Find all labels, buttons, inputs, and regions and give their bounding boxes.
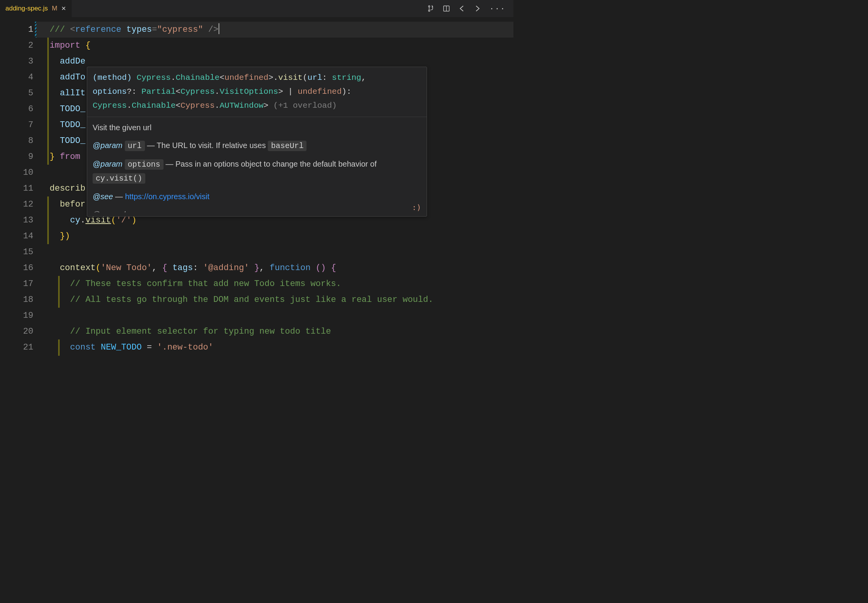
git-decoration	[47, 196, 49, 244]
line-number: 8	[0, 133, 33, 149]
code-line: const NEW_TODO = '.new-todo'	[50, 339, 513, 355]
line-number: 13	[0, 212, 33, 228]
line-gutter: 1 2 3 4 5 6 7 8 9 10 11 12 13 14 15 16 1…	[0, 17, 36, 356]
line-number: 6	[0, 101, 33, 117]
code-line: import {	[50, 38, 513, 53]
line-number: 3	[0, 53, 33, 69]
split-editor-icon[interactable]	[443, 5, 450, 12]
git-decoration	[47, 38, 49, 165]
code-line	[50, 308, 513, 324]
line-number: 14	[0, 228, 33, 244]
line-number: 16	[0, 260, 33, 276]
tab-bar: adding-spec.js M ✕ ···	[0, 0, 513, 17]
line-number: 21	[0, 339, 33, 355]
line-number: 2	[0, 38, 33, 53]
close-icon[interactable]: ✕	[61, 5, 66, 12]
code-line: // These tests confirm that add new Todo…	[50, 276, 513, 292]
svg-point-0	[429, 6, 430, 7]
hover-documentation: Visit the given url @param url — The URL…	[87, 117, 427, 216]
line-number: 20	[0, 324, 33, 339]
line-number: 4	[0, 69, 33, 85]
line-number: 18	[0, 292, 33, 308]
code-line: /// <reference types="cypress" />	[50, 22, 513, 38]
nav-forward-icon[interactable]	[474, 5, 481, 12]
hover-signature: (method) Cypress.Chainable<undefined>.vi…	[87, 67, 427, 117]
cursor	[219, 23, 219, 34]
line-number: 10	[0, 165, 33, 181]
line-number: 7	[0, 117, 33, 133]
tab-filename: adding-spec.js	[5, 5, 48, 12]
line-number: 1	[0, 22, 33, 38]
bracket-pair-icon: :)	[412, 201, 421, 214]
compare-changes-icon[interactable]	[427, 5, 434, 12]
more-actions-icon[interactable]: ···	[489, 4, 506, 13]
code-line: context('New Todo', { tags: '@adding' },…	[50, 260, 513, 276]
editor-toolbar: ···	[427, 4, 510, 13]
line-number: 17	[0, 276, 33, 292]
line-number: 19	[0, 308, 33, 324]
line-number: 5	[0, 85, 33, 101]
line-number: 9	[0, 149, 33, 165]
nav-back-icon[interactable]	[458, 5, 465, 12]
code-line	[50, 244, 513, 260]
code-line: // Input element selector for typing new…	[50, 324, 513, 339]
line-number: 12	[0, 196, 33, 212]
line-number: 15	[0, 244, 33, 260]
intellisense-hover[interactable]: (method) Cypress.Chainable<undefined>.vi…	[87, 67, 427, 217]
editor-tab[interactable]: adding-spec.js M ✕	[0, 0, 72, 17]
code-line: // All tests go through the DOM and even…	[50, 292, 513, 308]
line-number: 11	[0, 181, 33, 196]
editor-area[interactable]: 1 2 3 4 5 6 7 8 9 10 11 12 13 14 15 16 1…	[0, 17, 513, 356]
code-line: })	[50, 228, 513, 244]
doc-link[interactable]: https://on.cypress.io/visit	[125, 192, 210, 201]
tab-group: adding-spec.js M ✕	[0, 0, 72, 17]
svg-point-1	[429, 10, 430, 12]
modified-indicator: M	[52, 5, 57, 12]
